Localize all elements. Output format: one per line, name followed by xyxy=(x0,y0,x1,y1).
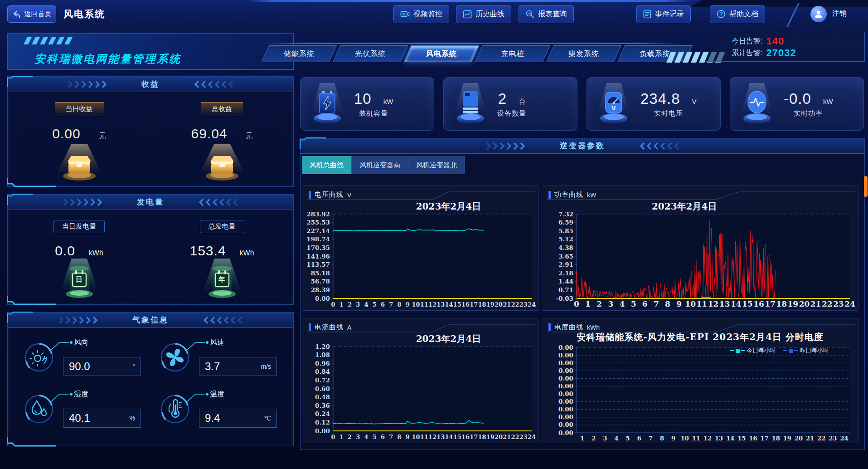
realtime-voltage-label: 实时电压 xyxy=(654,109,683,118)
svg-text:24: 24 xyxy=(528,301,536,308)
svg-text:4: 4 xyxy=(620,299,625,308)
history-chart-icon xyxy=(463,10,472,19)
voltage-chart-date: 2023年2月4日 xyxy=(416,200,481,213)
svg-text:3: 3 xyxy=(356,301,360,308)
tab-inverter-south[interactable]: 风机逆变器南 xyxy=(352,156,408,174)
energy-chart-head: 电度曲线 kWh xyxy=(548,323,600,332)
svg-text:16: 16 xyxy=(461,301,470,308)
daily-revenue-label: 当日收益 xyxy=(55,102,104,116)
daily-generation-unit: kWh xyxy=(89,249,103,257)
history-curve-button[interactable]: 历史曲线 xyxy=(456,5,511,23)
svg-text:0: 0 xyxy=(331,301,335,308)
realtime-voltage-card: V 234.8 V 实时电压 xyxy=(587,77,721,131)
svg-text:24: 24 xyxy=(528,434,536,440)
svg-text:0.00: 0.00 xyxy=(558,344,573,351)
device-count-value: 2 xyxy=(498,90,507,107)
svg-text:0.00: 0.00 xyxy=(558,390,573,397)
voltage-chart-panel: 电压曲线 V 2023年2月4日 283.92255.53227.14198.7… xyxy=(302,186,538,311)
svg-text:11: 11 xyxy=(697,299,708,308)
svg-text:3: 3 xyxy=(356,434,360,440)
svg-text:0.72: 0.72 xyxy=(315,376,330,384)
alarm-total-value: 27032 xyxy=(766,47,796,59)
total-revenue-item: 总收益 69.04 元 xyxy=(150,92,293,185)
system-tab-pv[interactable]: 光伏系统 xyxy=(333,45,408,62)
svg-text:283.92: 283.92 xyxy=(306,210,330,218)
report-query-button[interactable]: 报表查询 xyxy=(519,5,574,23)
total-generation-item: 总发电量 153.4 kWh 年 xyxy=(150,210,293,302)
help-icon xyxy=(717,10,726,19)
svg-text:22: 22 xyxy=(822,299,833,308)
system-tab-storage[interactable]: 储能系统 xyxy=(262,45,337,62)
connector-line xyxy=(185,340,209,352)
revenue-panel-header: 收益 xyxy=(8,77,293,92)
daily-revenue-value: 0.00 xyxy=(52,126,80,142)
legend-square-yesterday xyxy=(789,349,793,353)
svg-text:0.00: 0.00 xyxy=(558,421,573,428)
svg-text:16: 16 xyxy=(753,299,764,308)
installed-capacity-value: 10 xyxy=(354,90,372,107)
event-log-button[interactable]: 事件记录 xyxy=(636,5,691,23)
legend-today[interactable]: 今日每小时 xyxy=(730,347,776,355)
day-calendar-icon: 日 xyxy=(54,259,104,302)
brand-title: 安科瑞微电网能量管理系统 xyxy=(34,52,181,66)
svg-text:8: 8 xyxy=(665,299,670,308)
legend-yesterday[interactable]: 昨日每小时 xyxy=(783,347,829,355)
weather-panel: 气象信息 xyxy=(7,312,294,446)
daily-generation-value: 0.0 xyxy=(55,243,75,259)
svg-text:17: 17 xyxy=(765,299,776,308)
current-chart-date: 2023年2月4日 xyxy=(416,333,481,345)
legend-square-today xyxy=(736,349,740,353)
title-bar-icon xyxy=(548,323,551,331)
svg-text:28.39: 28.39 xyxy=(311,286,330,293)
scrollbar-thumb[interactable] xyxy=(864,176,868,197)
svg-text:8: 8 xyxy=(397,434,401,440)
svg-text:14: 14 xyxy=(445,301,453,308)
svg-text:1.08: 1.08 xyxy=(315,351,330,358)
svg-text:19: 19 xyxy=(783,435,791,442)
page-title: 风电系统 xyxy=(63,8,105,20)
daily-revenue-item: 当日收益 0.00 元 xyxy=(8,92,150,185)
device-icon xyxy=(444,81,497,127)
svg-text:85.18: 85.18 xyxy=(311,269,330,277)
system-tab-wind[interactable]: 风电系统 xyxy=(404,45,479,62)
svg-text:0.96: 0.96 xyxy=(315,360,330,367)
humidity-box: 40.1 % xyxy=(63,409,141,428)
device-count-unit: 台 xyxy=(519,98,525,106)
temperature-value: 9.4 xyxy=(205,412,220,425)
tab-inverter-north[interactable]: 风机逆变器北 xyxy=(408,156,465,174)
svg-text:6.59: 6.59 xyxy=(558,219,573,226)
svg-text:23: 23 xyxy=(829,435,837,442)
svg-text:14: 14 xyxy=(731,299,742,308)
svg-text:24: 24 xyxy=(840,435,848,442)
svg-text:0.12: 0.12 xyxy=(315,419,330,426)
svg-text:0.00: 0.00 xyxy=(315,295,330,302)
inverter-section: 逆变器参数 风机总曲线 风机逆变器南 风机逆变器北 电压曲线 V 2023年2月… xyxy=(300,138,865,450)
humidity-value: 40.1 xyxy=(69,412,90,425)
svg-text:0.00: 0.00 xyxy=(558,359,573,366)
history-curve-label: 历史曲线 xyxy=(475,10,504,19)
svg-text:1: 1 xyxy=(339,301,344,308)
system-tab-charging[interactable]: 充电桩 xyxy=(475,45,550,62)
help-docs-button[interactable]: 帮助文档 xyxy=(710,5,765,23)
generation-panel: 发电量 当日发电量 0.0 kWh xyxy=(7,194,294,305)
video-monitor-button[interactable]: 视频监控 xyxy=(393,5,449,23)
system-tab-diesel[interactable]: 柴发系统 xyxy=(546,45,621,62)
svg-text:13: 13 xyxy=(436,434,445,440)
power-wave-icon xyxy=(730,81,784,127)
device-count-card: 2 台 设备数量 xyxy=(443,77,577,131)
svg-text:6: 6 xyxy=(381,301,385,308)
svg-text:18: 18 xyxy=(478,434,486,440)
svg-text:0.00: 0.00 xyxy=(558,375,573,382)
back-home-button[interactable]: 返回首页 xyxy=(7,5,56,23)
dashboard: 返回首页 风电系统 视频监控 历史曲线 报表查询 xyxy=(0,0,868,469)
tab-total-curve[interactable]: 风机总曲线 xyxy=(302,156,352,174)
svg-text:5.85: 5.85 xyxy=(558,227,573,234)
svg-text:0.00: 0.00 xyxy=(558,413,573,420)
user-avatar[interactable] xyxy=(810,6,827,22)
inverter-section-header: 逆变器参数 xyxy=(301,138,864,154)
svg-text:0.00: 0.00 xyxy=(558,429,573,436)
logout-button[interactable]: 注销 xyxy=(832,9,847,19)
power-chart-unit: kW xyxy=(587,191,596,199)
title-bar-icon xyxy=(309,191,311,199)
chevrons-left-icon xyxy=(630,142,679,150)
